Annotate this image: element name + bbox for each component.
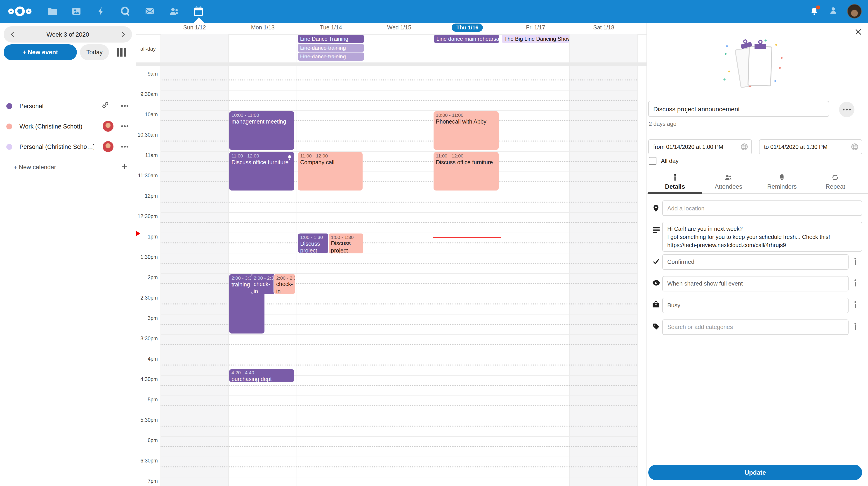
categories-tag-icon bbox=[651, 323, 660, 330]
calendar-color-dot bbox=[6, 123, 12, 129]
activity-icon[interactable] bbox=[89, 0, 113, 23]
day-header-mon[interactable]: Mon 1/13 bbox=[229, 24, 297, 31]
day-header-tue[interactable]: Tue 1/14 bbox=[297, 24, 365, 31]
day-header-sat[interactable]: Sat 1/18 bbox=[569, 24, 638, 31]
more-actions-icon[interactable] bbox=[839, 102, 855, 117]
previous-week-button[interactable] bbox=[4, 26, 22, 42]
day-header-sun[interactable]: Sun 1/12 bbox=[160, 24, 229, 31]
time-label: 9:30am bbox=[135, 91, 158, 97]
all-day-checkbox[interactable] bbox=[649, 157, 656, 165]
calendar-actions-icon[interactable] bbox=[121, 146, 128, 147]
time-label: 9am bbox=[135, 71, 158, 77]
plus-icon[interactable] bbox=[121, 163, 128, 171]
day-header-wed[interactable]: Wed 1/15 bbox=[365, 24, 433, 31]
event-title-input[interactable] bbox=[648, 101, 829, 117]
categories-input[interactable]: Search or add categories bbox=[662, 319, 848, 335]
timezone-globe-icon[interactable] bbox=[741, 143, 748, 152]
visibility-info-icon[interactable] bbox=[853, 279, 858, 288]
week-grid[interactable]: Line Dance Training Line dance training … bbox=[160, 34, 638, 486]
event-discuss-project-announcement[interactable]: 1:00 - 1:30 Discuss project announcement bbox=[298, 233, 329, 253]
editor-tabs: Details Attendees Reminders Repeat bbox=[648, 171, 862, 190]
event-check-in-salmon[interactable]: 2:00 - 2:30 check-in bbox=[274, 274, 296, 294]
nextcloud-logo-icon[interactable] bbox=[7, 5, 33, 20]
next-week-button[interactable] bbox=[114, 26, 132, 42]
allday-event-cancelled[interactable]: Line dance training bbox=[298, 44, 364, 52]
allday-event[interactable]: Line Dance Training bbox=[298, 35, 364, 43]
busy-info-icon[interactable] bbox=[853, 301, 858, 310]
calendar-name: Work (Christine Schott) bbox=[20, 123, 83, 130]
day-header-fri[interactable]: Fri 1/17 bbox=[502, 24, 570, 31]
day-column-tue[interactable] bbox=[297, 34, 365, 486]
event-illustration bbox=[721, 39, 789, 93]
start-datetime-input[interactable] bbox=[648, 139, 752, 154]
today-badge: Thu 1/16 bbox=[452, 24, 483, 32]
event-discuss-office-furniture-thu[interactable]: 11:00 - 12:00 Discuss office furniture bbox=[434, 152, 499, 191]
new-event-button[interactable]: + New event bbox=[4, 44, 77, 60]
time-label: 5pm bbox=[135, 397, 158, 402]
allday-event[interactable]: Line dance main rehearsal bbox=[434, 35, 499, 43]
calendar-actions-icon[interactable] bbox=[121, 125, 128, 127]
calendar-actions-icon[interactable] bbox=[121, 105, 128, 107]
new-calendar-item[interactable]: + New calendar bbox=[0, 158, 135, 176]
mail-icon[interactable] bbox=[137, 0, 162, 23]
day-column-thu[interactable] bbox=[433, 34, 502, 486]
start-datetime-field bbox=[648, 139, 752, 154]
categories-info-icon[interactable] bbox=[853, 323, 858, 332]
all-day-label: all-day bbox=[135, 46, 160, 52]
event-company-call[interactable]: 11:00 - 12:00 Company call bbox=[298, 152, 363, 191]
description-textarea[interactable]: Hi Carl! are you in next week? I got som… bbox=[662, 222, 862, 252]
calendar-item-personal-christine[interactable]: Personal (Christine Scho…) bbox=[0, 138, 135, 156]
tab-repeat[interactable]: Repeat bbox=[809, 171, 862, 190]
event-management-meeting[interactable]: 10:00 - 11:00 management meeting bbox=[229, 111, 294, 150]
status-info-icon[interactable] bbox=[853, 257, 858, 266]
share-link-icon[interactable] bbox=[102, 102, 109, 110]
visibility-select[interactable]: When shared show full event bbox=[662, 276, 848, 291]
update-button[interactable]: Update bbox=[648, 465, 862, 480]
view-mode-icon[interactable] bbox=[117, 48, 126, 57]
allday-event-cancelled[interactable]: Line dance training bbox=[298, 53, 364, 61]
day-column-sat[interactable] bbox=[569, 34, 638, 486]
allday-event[interactable]: The Big Line Dancing Show bbox=[502, 35, 569, 43]
time-label: 10am bbox=[135, 112, 158, 117]
today-button[interactable]: Today bbox=[80, 44, 109, 60]
event-discuss-project[interactable]: 1:00 - 1:30 Discuss project bbox=[328, 233, 364, 254]
tab-reminders[interactable]: Reminders bbox=[755, 171, 809, 190]
event-title-field-wrap bbox=[648, 101, 829, 117]
day-header-thu-today[interactable]: Thu 1/16 bbox=[433, 24, 502, 32]
day-column-fri[interactable] bbox=[502, 34, 570, 486]
location-pin-icon bbox=[651, 204, 660, 212]
event-phonecall-with-abby[interactable]: 10:00 - 11:00 Phonecall with Abby bbox=[434, 111, 499, 150]
repeat-icon bbox=[832, 174, 839, 181]
busy-select[interactable]: Busy bbox=[662, 298, 848, 313]
end-datetime-input[interactable] bbox=[759, 139, 862, 154]
tab-attendees[interactable]: Attendees bbox=[702, 171, 755, 190]
top-right-controls bbox=[809, 0, 862, 23]
event-discuss-office-furniture-mon[interactable]: 11:00 - 12:00 Discuss office furniture bbox=[229, 152, 294, 191]
calendar-name: Personal (Christine Scho…) bbox=[20, 143, 94, 150]
reminder-bell-icon bbox=[778, 174, 785, 181]
talk-icon[interactable] bbox=[113, 0, 137, 23]
event-purchasing-dept[interactable]: 4:20 - 4:40 purchasing dept bbox=[229, 369, 294, 382]
calendar-color-dot bbox=[6, 144, 12, 149]
location-input[interactable] bbox=[662, 200, 862, 216]
contacts-icon[interactable] bbox=[162, 0, 186, 23]
files-icon[interactable] bbox=[40, 0, 64, 23]
event-check-in-purple[interactable]: 2:00 - 2:30 check-in bbox=[251, 274, 276, 294]
calendar-item-personal[interactable]: Personal bbox=[0, 97, 135, 115]
day-column-wed[interactable] bbox=[365, 34, 433, 486]
day-column-mon[interactable] bbox=[229, 34, 297, 486]
day-column-sun[interactable] bbox=[160, 34, 229, 486]
status-select[interactable]: Confirmed bbox=[662, 254, 848, 270]
week-navigation: Week 3 of 2020 bbox=[4, 26, 132, 42]
visibility-eye-icon bbox=[651, 280, 660, 286]
tab-details[interactable]: Details bbox=[648, 171, 702, 190]
photos-icon[interactable] bbox=[64, 0, 89, 23]
close-icon[interactable] bbox=[852, 26, 864, 37]
user-avatar[interactable] bbox=[847, 4, 862, 19]
all-day-toggle-row: All day bbox=[649, 157, 679, 165]
calendar-item-work-christine[interactable]: Work (Christine Schott) bbox=[0, 117, 135, 135]
timezone-globe-icon[interactable] bbox=[851, 143, 859, 152]
contacts-menu-icon[interactable] bbox=[828, 5, 838, 17]
notifications-bell-icon[interactable] bbox=[809, 6, 819, 16]
time-label: 11am bbox=[135, 152, 158, 158]
